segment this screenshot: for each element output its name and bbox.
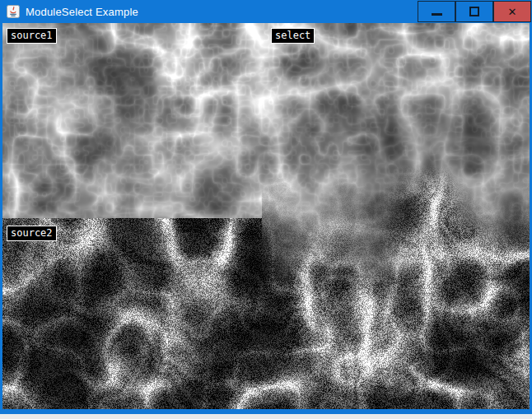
background-strip	[0, 414, 532, 419]
panel-label-source2: source2	[7, 226, 57, 241]
render-viewport: source1 select source2	[2, 23, 530, 409]
java-app-icon	[7, 5, 20, 18]
noise-render-canvas	[2, 23, 530, 409]
panel-label-source1: source1	[7, 28, 57, 44]
close-button[interactable]: ✕	[493, 1, 531, 22]
close-icon: ✕	[508, 7, 517, 17]
window-border-bottom	[0, 409, 532, 414]
window-title: ModuleSelect Example	[26, 6, 138, 18]
maximize-button[interactable]	[455, 1, 493, 22]
window-controls: ✕	[418, 1, 531, 22]
titlebar[interactable]: ModuleSelect Example ✕	[0, 0, 532, 23]
minimize-icon	[432, 13, 442, 16]
app-window: ModuleSelect Example ✕ source1 select so…	[0, 0, 532, 414]
minimize-button[interactable]	[418, 1, 455, 22]
maximize-icon	[469, 7, 479, 16]
panel-label-select: select	[271, 28, 315, 44]
